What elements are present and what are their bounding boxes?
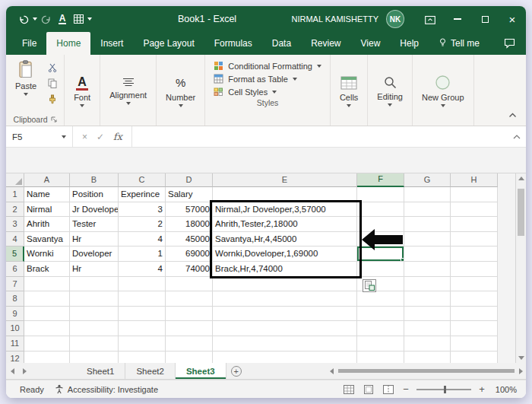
page-break-view-button[interactable] — [382, 383, 395, 396]
cell-A4[interactable]: Savantya — [24, 232, 70, 247]
cell-G9[interactable] — [404, 307, 451, 322]
cell-D1[interactable]: Salary — [166, 187, 213, 202]
alignment-button[interactable]: Alignment — [103, 74, 154, 108]
cell-H6[interactable] — [451, 262, 498, 277]
normal-view-button[interactable] — [342, 383, 356, 396]
horizontal-scrollbar-track[interactable] — [337, 364, 516, 378]
underline-button[interactable]: A — [55, 11, 69, 27]
cell-A5[interactable]: Wornki — [24, 247, 70, 262]
cell-E1[interactable] — [213, 187, 357, 202]
scroll-up-arrow[interactable] — [518, 177, 524, 180]
tab-review[interactable]: Review — [301, 32, 350, 55]
row-header-12[interactable]: 12 — [6, 352, 24, 363]
cell-H4[interactable] — [451, 232, 498, 247]
column-header-H[interactable]: H — [451, 173, 498, 187]
zoom-out-button[interactable]: − — [401, 383, 410, 395]
cell-A2[interactable]: Nirmal — [24, 202, 70, 218]
font-button[interactable]: A Font — [67, 72, 97, 110]
cell-D10[interactable] — [166, 321, 213, 336]
cell-C8[interactable] — [119, 291, 166, 307]
conditional-formatting-button[interactable]: Conditional Formatting — [214, 61, 321, 71]
cell-F11[interactable] — [357, 336, 404, 352]
cell-E3[interactable]: Ahrith,Tester,2,18000 — [213, 217, 357, 232]
insert-function-button[interactable]: fx — [113, 131, 122, 142]
zoom-slider[interactable] — [416, 389, 471, 390]
format-as-table-button[interactable]: Format as Table — [214, 74, 321, 84]
cell-F12[interactable] — [357, 352, 404, 363]
cell-G4[interactable] — [404, 232, 451, 247]
page-layout-view-button[interactable] — [362, 383, 375, 396]
sheet-tab-sheet1[interactable]: Sheet1 — [76, 363, 125, 379]
cell-B1[interactable]: Position — [70, 187, 119, 202]
qat-customize-caret[interactable] — [87, 17, 92, 21]
redo-button[interactable] — [40, 11, 53, 27]
tab-formulas[interactable]: Formulas — [204, 32, 262, 55]
cell-F10[interactable] — [357, 321, 404, 336]
cell-H9[interactable] — [451, 307, 498, 322]
column-header-F[interactable]: F — [357, 173, 404, 187]
cell-D5[interactable]: 69000 — [166, 247, 213, 262]
cell-C4[interactable]: 4 — [119, 232, 166, 247]
cell-D8[interactable] — [166, 291, 213, 307]
cell-A7[interactable] — [24, 277, 70, 292]
formula-input[interactable] — [132, 126, 508, 147]
cell-F8[interactable] — [357, 291, 404, 307]
cell-C12[interactable] — [119, 352, 166, 363]
horizontal-scrollbar-thumb[interactable] — [338, 369, 515, 373]
cell-A10[interactable] — [24, 321, 70, 336]
column-header-D[interactable]: D — [166, 173, 213, 187]
add-sheet-button[interactable]: + — [226, 363, 246, 379]
cell-H8[interactable] — [451, 291, 498, 307]
row-header-10[interactable]: 10 — [6, 321, 24, 336]
cell-B10[interactable] — [70, 321, 119, 336]
cell-G2[interactable] — [404, 202, 451, 218]
cell-G7[interactable] — [404, 277, 451, 292]
cells-button[interactable]: Cells — [333, 72, 365, 110]
column-header-A[interactable]: A — [24, 173, 70, 187]
paste-button[interactable]: Paste — [8, 57, 43, 99]
comments-icon[interactable] — [504, 38, 515, 52]
zoom-slider-thumb[interactable] — [444, 386, 446, 393]
cell-H5[interactable] — [451, 247, 498, 262]
cell-C11[interactable] — [119, 336, 166, 352]
cell-C2[interactable]: 3 — [119, 202, 166, 218]
number-button[interactable]: % Number — [159, 72, 202, 110]
cell-A9[interactable] — [24, 307, 70, 322]
cell-E12[interactable] — [213, 352, 357, 363]
cell-F9[interactable] — [357, 307, 404, 322]
cell-F6[interactable] — [357, 262, 404, 277]
tab-page-layout[interactable]: Page Layout — [133, 32, 204, 55]
vertical-scrollbar-thumb[interactable] — [518, 189, 524, 236]
cell-G3[interactable] — [404, 217, 451, 232]
cell-F2[interactable] — [357, 202, 404, 218]
cell-A3[interactable]: Ahrith — [24, 217, 70, 232]
cell-B9[interactable] — [70, 307, 119, 322]
select-all-button[interactable] — [6, 173, 24, 187]
tab-insert[interactable]: Insert — [90, 32, 133, 55]
row-header-3[interactable]: 3 — [6, 217, 24, 232]
cell-G12[interactable] — [404, 352, 451, 363]
tab-help[interactable]: Help — [390, 32, 429, 55]
cell-E4[interactable]: Savantya,Hr,4,45000 — [213, 232, 357, 247]
cell-A8[interactable] — [24, 291, 70, 307]
cell-C3[interactable]: 2 — [119, 217, 166, 232]
vertical-scrollbar[interactable] — [515, 173, 526, 363]
zoom-level[interactable]: 100% — [492, 385, 517, 394]
cell-C10[interactable] — [119, 321, 166, 336]
row-header-5[interactable]: 5 — [6, 247, 24, 262]
maximize-button[interactable] — [471, 6, 499, 32]
column-header-C[interactable]: C — [119, 173, 166, 187]
row-header-2[interactable]: 2 — [6, 202, 24, 218]
cell-E11[interactable] — [213, 336, 357, 352]
scroll-down-arrow[interactable] — [518, 356, 524, 360]
cell-styles-button[interactable]: Cell Styles — [214, 87, 321, 97]
scroll-left-arrow[interactable] — [330, 368, 334, 374]
cell-D4[interactable]: 45000 — [166, 232, 213, 247]
cell-D3[interactable]: 18000 — [166, 217, 213, 232]
new-group-button[interactable]: New Group — [415, 72, 471, 110]
cell-A1[interactable]: Name — [24, 187, 70, 202]
cell-C9[interactable] — [119, 307, 166, 322]
copy-button[interactable] — [46, 78, 59, 89]
cell-D6[interactable]: 74000 — [166, 262, 213, 277]
scroll-right-arrow[interactable] — [519, 368, 523, 374]
